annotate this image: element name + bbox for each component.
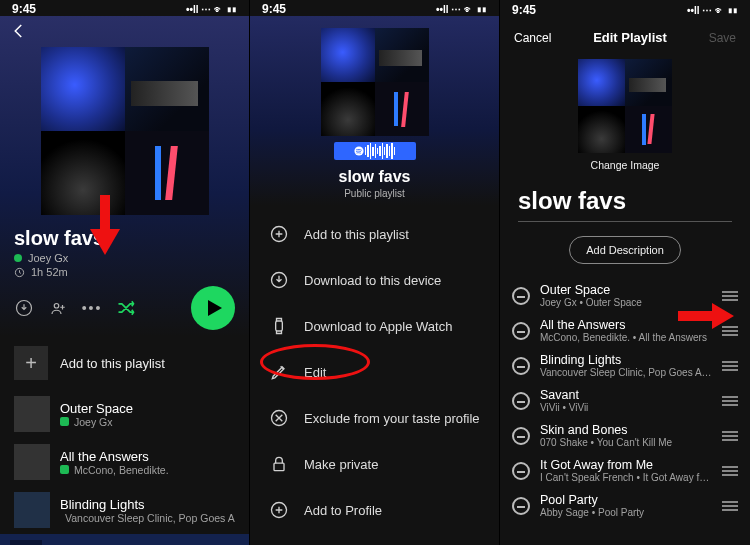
profile-add-icon — [268, 499, 290, 521]
context-menu-header: slow favs Public playlist — [250, 16, 499, 205]
menu-edit[interactable]: Edit — [250, 349, 499, 395]
menu-add-to-playlist[interactable]: Add to this playlist — [250, 211, 499, 257]
back-button[interactable] — [0, 20, 249, 47]
reorder-handle[interactable] — [722, 466, 738, 476]
track-row[interactable]: All the Answers McCono, Benedikte. — [0, 438, 249, 486]
track-artist: Vancouver Sleep Clinic, Pop Goes Ambient… — [65, 512, 235, 524]
track-title: All the Answers — [540, 318, 712, 332]
remove-track-button[interactable] — [512, 427, 530, 445]
reorder-handle[interactable] — [722, 431, 738, 441]
lyrics-badge-icon — [60, 417, 69, 426]
status-bar: 9:45 ••ll ⋯ ᯤ ▮▮ — [0, 0, 249, 16]
reorder-handle[interactable] — [722, 501, 738, 511]
close-button[interactable]: Close — [250, 533, 499, 545]
track-row[interactable]: Outer Space Joey Gx — [0, 390, 249, 438]
playlist-owner: Joey Gx — [28, 252, 68, 264]
save-button[interactable]: Save — [709, 31, 736, 45]
context-playlist-title: slow favs — [338, 168, 410, 186]
watch-icon — [268, 315, 290, 337]
screen-playlist-view: 9:45 ••ll ⋯ ᯤ ▮▮ slow favs Joey Gx 1h 52… — [0, 0, 250, 545]
mini-player[interactable]: lost my friend at a rave • Abby Bella Ma… — [0, 534, 249, 545]
edit-track-row: SavantViVii • ViVii — [500, 383, 750, 418]
menu-exclude-profile[interactable]: Exclude from your taste profile — [250, 395, 499, 441]
cancel-button[interactable]: Cancel — [514, 31, 551, 45]
pencil-icon — [268, 361, 290, 383]
edit-track-row: All the AnswersMcCono, Benedikte. • All … — [500, 313, 750, 348]
menu-label: Download to this device — [304, 273, 441, 288]
track-title: Outer Space — [60, 401, 235, 416]
shuffle-button[interactable] — [116, 298, 136, 318]
playlist-header: slow favs Joey Gx 1h 52m ••• — [0, 16, 249, 336]
svg-rect-15 — [274, 463, 284, 471]
play-button[interactable] — [191, 286, 235, 330]
track-art — [14, 492, 50, 528]
playlist-cover[interactable] — [41, 47, 209, 215]
status-bar: 9:45 ••ll ⋯ ᯤ ▮▮ — [500, 0, 750, 18]
cover-tile — [41, 47, 125, 131]
add-description-button[interactable]: Add Description — [569, 236, 681, 264]
menu-add-to-profile[interactable]: Add to Profile — [250, 487, 499, 533]
play-icon — [208, 300, 222, 316]
spotify-code[interactable] — [334, 142, 416, 160]
menu-label: Exclude from your taste profile — [304, 411, 480, 426]
edit-track-row: It Got Away from MeI Can't Speak French … — [500, 453, 750, 488]
playlist-owner-row[interactable]: Joey Gx — [0, 250, 249, 264]
reorder-handle[interactable] — [722, 396, 738, 406]
status-time: 9:45 — [262, 2, 286, 16]
add-to-playlist-label: Add to this playlist — [60, 356, 165, 371]
edit-track-row: Blinding LightsVancouver Sleep Clinic, P… — [500, 348, 750, 383]
reorder-handle[interactable] — [722, 291, 738, 301]
svg-rect-13 — [276, 321, 283, 331]
remove-track-button[interactable] — [512, 322, 530, 340]
status-time: 9:45 — [12, 2, 36, 16]
invite-collaborators-button[interactable] — [48, 298, 68, 318]
more-options-button[interactable]: ••• — [82, 298, 102, 318]
remove-track-button[interactable] — [512, 392, 530, 410]
plus-circle-icon — [268, 223, 290, 245]
name-underline — [518, 221, 732, 222]
svg-point-2 — [54, 304, 59, 309]
edit-track-row: Pool PartyAbby Sage • Pool Party — [500, 488, 750, 523]
playlist-cover[interactable] — [578, 59, 672, 153]
menu-download-device[interactable]: Download to this device — [250, 257, 499, 303]
track-title: All the Answers — [60, 449, 235, 464]
status-indicators: ••ll ⋯ ᯤ ▮▮ — [687, 5, 738, 16]
reorder-handle[interactable] — [722, 326, 738, 336]
track-art — [14, 396, 50, 432]
remove-track-button[interactable] — [512, 462, 530, 480]
track-artist: I Can't Speak French • It Got Away from … — [540, 472, 712, 483]
remove-track-button[interactable] — [512, 497, 530, 515]
cover-tile — [41, 131, 125, 215]
track-artist: Joey Gx • Outer Space — [540, 297, 712, 308]
remove-track-button[interactable] — [512, 287, 530, 305]
track-artist: ViVii • ViVii — [540, 402, 712, 413]
track-artist: Vancouver Sleep Clinic, Pop Goes Ambient… — [540, 367, 712, 378]
track-artist: 070 Shake • You Can't Kill Me — [540, 437, 712, 448]
playlist-duration: 1h 52m — [31, 266, 68, 278]
status-time: 9:45 — [512, 3, 536, 17]
edit-header: Cancel Edit Playlist Save — [500, 18, 750, 51]
menu-download-watch[interactable]: Download to Apple Watch — [250, 303, 499, 349]
lock-icon — [268, 453, 290, 475]
edit-track-list: Outer SpaceJoey Gx • Outer Space All the… — [500, 278, 750, 523]
track-artist: McCono, Benedikte. • All the Answers — [540, 332, 712, 343]
track-title: Blinding Lights — [60, 497, 235, 512]
track-row[interactable]: Blinding Lights Vancouver Sleep Clinic, … — [0, 486, 249, 534]
edit-track-row: Skin and Bones070 Shake • You Can't Kill… — [500, 418, 750, 453]
track-art — [14, 444, 50, 480]
screen-edit-playlist: 9:45 ••ll ⋯ ᯤ ▮▮ Cancel Edit Playlist Sa… — [500, 0, 750, 545]
change-image-button[interactable]: Change Image — [500, 159, 750, 171]
track-title: It Got Away from Me — [540, 458, 712, 472]
menu-label: Add to Profile — [304, 503, 382, 518]
track-title: Skin and Bones — [540, 423, 712, 437]
playlist-name-input[interactable]: slow favs — [500, 187, 750, 221]
menu-label: Edit — [304, 365, 326, 380]
cover-tile — [125, 131, 209, 215]
reorder-handle[interactable] — [722, 361, 738, 371]
menu-make-private[interactable]: Make private — [250, 441, 499, 487]
menu-label: Download to Apple Watch — [304, 319, 452, 334]
download-button[interactable] — [14, 298, 34, 318]
remove-track-button[interactable] — [512, 357, 530, 375]
add-to-playlist-row[interactable]: + Add to this playlist — [0, 336, 249, 390]
playlist-action-row: ••• — [0, 278, 249, 336]
